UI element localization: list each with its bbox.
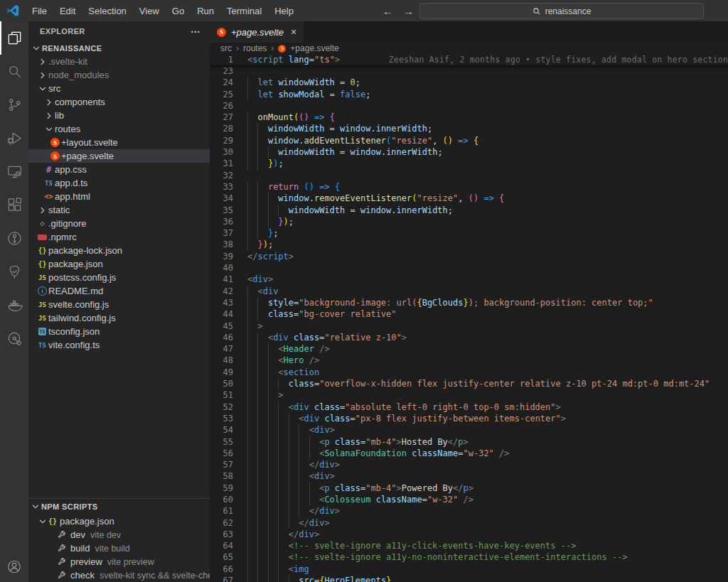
menu-view[interactable]: View [133, 0, 166, 21]
code-line-48[interactable]: 48 <Hero /> [210, 355, 728, 366]
code-line-40[interactable]: 40 [210, 262, 728, 274]
tree-item-tailwind-config-js[interactable]: JStailwind.config.js [28, 311, 210, 325]
nav-back-icon[interactable]: ← [382, 5, 393, 17]
menu-run[interactable]: Run [191, 0, 220, 21]
code-line-35[interactable]: 35 windowWidth = window.innerWidth; [210, 205, 728, 216]
code-line-37[interactable]: 37 }; [210, 227, 728, 239]
tree-item-src[interactable]: src [28, 82, 210, 95]
tree-item-page-svelte[interactable]: S+page.svelte [28, 149, 210, 163]
menu-terminal[interactable]: Terminal [220, 0, 268, 21]
tree-item-app-d-ts[interactable]: TSapp.d.ts [28, 176, 210, 190]
tree-item-app-html[interactable]: <>app.html [28, 190, 210, 203]
breadcrumb-item-routes[interactable]: routes [243, 43, 267, 53]
code-line-61[interactable]: 61 </div> [210, 505, 728, 517]
code-line-26[interactable]: 26 [210, 100, 728, 112]
code-line-24[interactable]: 24 let windowWidth = 0; [210, 77, 728, 88]
code-line-30[interactable]: 30 windowWidth = window.innerWidth; [210, 146, 728, 158]
tree-item-readme-md[interactable]: iREADME.md [28, 284, 210, 298]
tree-item-package-lock-json[interactable]: {}package-lock.json [28, 244, 210, 257]
menu-file[interactable]: File [26, 0, 53, 21]
activity-gitlens[interactable] [0, 222, 28, 255]
code-line-59[interactable]: 59 <p class="mb-4">Powered By</p> [210, 483, 728, 494]
command-search-box[interactable]: renaissance [419, 3, 704, 19]
code-line-62[interactable]: 62 </div> [210, 517, 728, 529]
code-line-57[interactable]: 57 </div> [210, 459, 728, 470]
activity-todo-tree[interactable] [0, 255, 28, 289]
activity-account[interactable] [0, 551, 28, 582]
code-line-55[interactable]: 55 <p class="mb-4">Hosted By</p> [210, 436, 728, 448]
code-line-50[interactable]: 50 class="overflow-x-hidden flex justify… [210, 378, 728, 389]
code-line-38[interactable]: 38 }); [210, 239, 728, 250]
tab-page-svelte[interactable]: S +page.svelte × [210, 21, 304, 43]
tree-item-vite-config-ts[interactable]: TSvite.config.ts [28, 338, 210, 352]
code-line-27[interactable]: 27 onMount(() => { [210, 112, 728, 123]
activity-gitlens-inspect[interactable] [0, 322, 28, 355]
breadcrumb-item-src[interactable]: src [220, 43, 232, 53]
code-line-31[interactable]: 31 }); [210, 158, 728, 169]
code-line-60[interactable]: 60 <Colosseum className="w-32" /> [210, 494, 728, 505]
code-line-39[interactable]: 39</script> [210, 251, 728, 262]
tree-item-tsconfig-json[interactable]: TStsconfig.json [28, 325, 210, 338]
code-line-63[interactable]: 63 </div> [210, 529, 728, 540]
code-line-58[interactable]: 58 <div> [210, 470, 728, 482]
menu-help[interactable]: Help [268, 0, 300, 21]
tree-item-package-json[interactable]: {}package.json [28, 257, 210, 271]
code-line-29[interactable]: 29 window.addEventListener("resize", () … [210, 135, 728, 146]
menu-go[interactable]: Go [166, 0, 191, 21]
code-line-34[interactable]: 34 window.removeEventListener("resize", … [210, 193, 728, 204]
npm-script-check[interactable]: checksvelte-kit sync && svelte-check -… [28, 568, 210, 582]
tree-item-components[interactable]: components [28, 95, 210, 109]
activity-run-debug[interactable] [0, 122, 28, 155]
code-line-43[interactable]: 43 style="background-image: url({BgCloud… [210, 297, 728, 308]
nav-forward-icon[interactable]: → [403, 5, 414, 17]
tree-item-app-css[interactable]: #app.css [28, 163, 210, 176]
code-line-23[interactable]: 23 [210, 65, 728, 77]
code-line-32[interactable]: 32 [210, 170, 728, 181]
code-line-56[interactable]: 56 <SolanaFoundation className="w-32" /> [210, 448, 728, 459]
tree-item-gitignore[interactable]: ◇.gitignore [28, 217, 210, 230]
tree-item-routes[interactable]: routes [28, 122, 210, 136]
code-line-47[interactable]: 47 <Header /> [210, 343, 728, 355]
tree-item-postcss-config-js[interactable]: JSpostcss.config.js [28, 271, 210, 284]
sticky-scroll-line[interactable]: 1 <script lang="ts"> Zeeshan Asif, 2 mon… [210, 54, 728, 65]
code-line-44[interactable]: 44 class="bg-cover relative" [210, 308, 728, 320]
npm-package-json-row[interactable]: {}package.json [28, 514, 210, 528]
code-line-52[interactable]: 52 <div class="absolute left-0 right-0 t… [210, 402, 728, 413]
tree-item-layout-svelte[interactable]: S+layout.svelte [28, 136, 210, 149]
npm-script-preview[interactable]: previewvite preview [28, 555, 210, 568]
npm-script-build[interactable]: buildvite build [28, 541, 210, 555]
menu-edit[interactable]: Edit [53, 0, 82, 21]
tree-item-svelte-config-js[interactable]: JSsvelte.config.js [28, 298, 210, 311]
tree-item-lib[interactable]: lib [28, 109, 210, 122]
code-line-46[interactable]: 46 <div class="relative z-10"> [210, 332, 728, 343]
npm-script-dev[interactable]: devvite dev [28, 528, 210, 541]
code-line-42[interactable]: 42 <div [210, 286, 728, 297]
code-line-25[interactable]: 25 let showModal = false; [210, 89, 728, 100]
code-line-41[interactable]: 41<div> [210, 274, 728, 285]
tab-close-icon[interactable]: × [291, 26, 296, 38]
activity-extensions[interactable] [0, 188, 28, 222]
code-line-54[interactable]: 54 <div> [210, 424, 728, 436]
menu-selection[interactable]: Selection [82, 0, 132, 21]
code-line-51[interactable]: 51 > [210, 389, 728, 401]
code-line-65[interactable]: 65 <!-- svelte-ignore a11y-no-noninterac… [210, 551, 728, 563]
activity-explorer[interactable] [0, 21, 28, 55]
tree-item-static[interactable]: static [28, 203, 210, 217]
code-line-36[interactable]: 36 }); [210, 216, 728, 227]
code-line-33[interactable]: 33 return () => { [210, 181, 728, 193]
code-line-45[interactable]: 45 > [210, 320, 728, 332]
code-line-49[interactable]: 49 <section [210, 367, 728, 378]
code-editor[interactable]: 2324 let windowWidth = 0;25 let showModa… [210, 65, 728, 582]
activity-remote-explorer[interactable] [0, 155, 28, 188]
tree-item-node-modules[interactable]: node_modules [28, 68, 210, 82]
code-line-53[interactable]: 53 <div class="px-8 flex justify-between… [210, 413, 728, 424]
tree-item-renaissance[interactable]: RENAISSANCE [28, 41, 210, 55]
activity-docker[interactable] [0, 289, 28, 322]
code-line-64[interactable]: 64 <!-- svelte-ignore a11y-click-events-… [210, 540, 728, 551]
breadcrumb-item-page-svelte[interactable]: +page.svelte [290, 43, 338, 53]
tree-item-svelte-kit[interactable]: .svelte-kit [28, 55, 210, 68]
code-line-66[interactable]: 66 <img [210, 564, 728, 575]
explorer-more-actions-icon[interactable]: ⋯ [191, 26, 201, 37]
activity-source-control[interactable] [0, 88, 28, 122]
tree-item-npmrc[interactable]: .npmrc [28, 230, 210, 244]
